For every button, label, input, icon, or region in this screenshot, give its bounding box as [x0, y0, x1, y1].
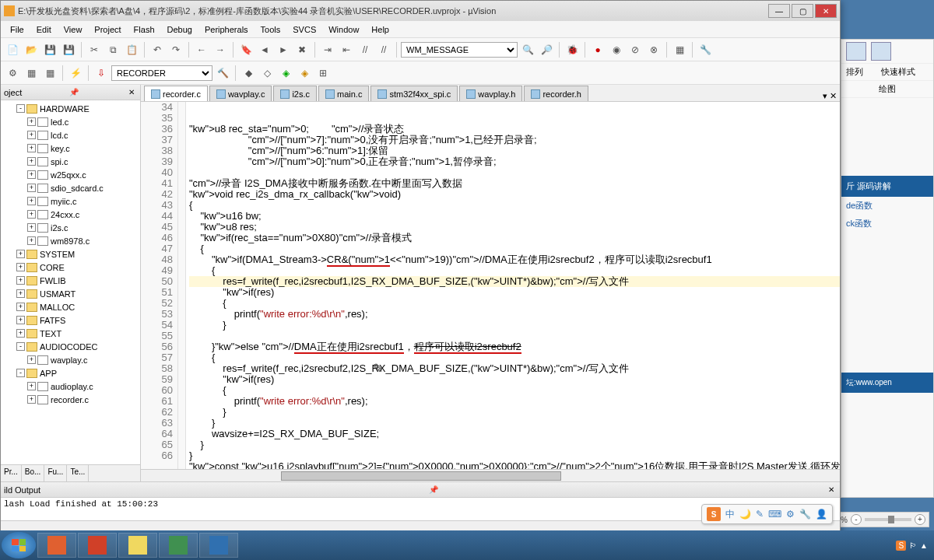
system-tray[interactable]: S 🏳 ▲ [896, 541, 932, 551]
find-button[interactable]: 🔍 [519, 41, 536, 58]
new-file-button[interactable]: 📄 [4, 41, 21, 58]
tree-node-wavplay-c[interactable]: +wavplay.c [2, 353, 139, 366]
target-options-button[interactable]: 🔨 [214, 65, 231, 82]
tree-node-HARDWARE[interactable]: -HARDWARE [2, 102, 139, 115]
tree-node-sdio_sdcard-c[interactable]: +sdio_sdcard.c [2, 181, 139, 194]
window-layout-button[interactable]: ▦ [671, 41, 688, 58]
menu-peripherals[interactable]: Peripherals [198, 23, 255, 36]
save-button[interactable]: 💾 [41, 41, 58, 58]
ime-settings-icon[interactable]: ⚙ [786, 509, 795, 520]
tab-close-icon[interactable]: ✕ [830, 91, 837, 101]
uncomment-button[interactable]: // [375, 41, 392, 58]
download-button[interactable]: ⇩ [93, 65, 110, 82]
nav-back-button[interactable]: ← [193, 41, 210, 58]
tree-node-lcd-c[interactable]: +lcd.c [2, 128, 139, 142]
batch-build-button[interactable]: ⚡ [67, 65, 84, 82]
outdent-button[interactable]: ⇤ [338, 41, 355, 58]
tree-expander-icon[interactable]: + [27, 117, 36, 126]
manage-rte-button[interactable]: ◈ [277, 65, 294, 82]
tray-up-icon[interactable]: ▲ [920, 541, 928, 550]
bookmark-clear-button[interactable]: ✖ [293, 41, 311, 58]
tree-expander-icon[interactable]: - [16, 342, 25, 351]
zoom-out-button[interactable]: - [851, 514, 862, 525]
tree-expander-icon[interactable]: + [27, 223, 36, 232]
tree-expander-icon[interactable]: + [16, 329, 25, 338]
manage-books-button[interactable]: ◇ [258, 65, 276, 82]
nav-fwd-button[interactable]: → [212, 41, 229, 58]
project-panel-close[interactable]: ✕ [126, 88, 137, 96]
ime-logo-icon[interactable]: S [707, 507, 721, 521]
code-editor[interactable]: 3435363738394041424344454647484950515253… [141, 102, 840, 469]
file-tab-recorder-c[interactable]: recorder.c [144, 86, 208, 101]
tray-ime-icon[interactable]: S [896, 541, 906, 551]
taskbar-app-ppt[interactable] [78, 533, 117, 558]
tree-node-w25qxx-c[interactable]: +w25qxx.c [2, 168, 139, 181]
build-output-pin[interactable]: 📌 [427, 485, 441, 494]
tree-expander-icon[interactable]: - [16, 104, 25, 113]
tree-expander-icon[interactable]: + [16, 276, 25, 285]
tree-node-myiic-c[interactable]: +myiic.c [2, 194, 139, 208]
redo-button[interactable]: ↷ [167, 41, 184, 58]
file-tab-recorder-h[interactable]: recorder.h [524, 86, 588, 101]
tab-books[interactable]: Bo... [22, 465, 45, 481]
copy-button[interactable]: ⧉ [104, 41, 121, 58]
paste-button[interactable]: 📋 [123, 41, 140, 58]
file-tab-wavplay-h[interactable]: wavplay.h [459, 86, 522, 101]
tree-expander-icon[interactable]: + [16, 263, 25, 271]
ime-softkbd-icon[interactable]: ⌨ [768, 509, 781, 520]
message-filter-combo[interactable]: WM_MESSAGE [401, 42, 518, 58]
ime-lang-toggle[interactable]: 中 [725, 508, 735, 521]
kill-bp-button[interactable]: ⊗ [645, 41, 662, 58]
tree-expander-icon[interactable]: + [27, 197, 36, 205]
fold-column[interactable] [178, 102, 186, 469]
tree-expander-icon[interactable]: + [27, 236, 36, 245]
tree-node-APP[interactable]: -APP [2, 366, 139, 380]
menu-svcs[interactable]: SVCS [286, 23, 322, 36]
tree-node-FATFS[interactable]: +FATFS [2, 313, 139, 327]
editor-hscrollbar[interactable] [141, 469, 840, 481]
menu-window[interactable]: Window [322, 23, 365, 36]
project-panel-pin[interactable]: 📌 [67, 88, 81, 96]
file-tab-wavplay-c[interactable]: wavplay.c [209, 86, 272, 101]
tree-expander-icon[interactable]: - [16, 369, 25, 377]
comment-button[interactable]: // [356, 41, 374, 58]
menu-edit[interactable]: Edit [30, 23, 58, 36]
tray-flag-icon[interactable]: 🏳 [909, 541, 917, 550]
bookmark-next-button[interactable]: ► [275, 41, 292, 58]
menu-file[interactable]: File [4, 23, 30, 36]
record-button[interactable]: ● [589, 41, 606, 58]
tab-templates[interactable]: Te... [67, 465, 89, 481]
menu-tools[interactable]: Tools [255, 23, 287, 36]
tab-functions[interactable]: Fu... [44, 465, 67, 481]
cut-button[interactable]: ✂ [86, 41, 103, 58]
minimize-button[interactable]: — [768, 4, 790, 18]
project-tree[interactable]: -HARDWARE+led.c+lcd.c+key.c+spi.c+w25qxx… [1, 100, 140, 464]
tree-node-FWLIB[interactable]: +FWLIB [2, 274, 139, 287]
maximize-button[interactable]: ▢ [792, 4, 813, 18]
undo-button[interactable]: ↶ [149, 41, 166, 58]
tree-expander-icon[interactable]: + [27, 131, 36, 139]
ime-moon-icon[interactable]: 🌙 [739, 509, 751, 520]
disable-bp-button[interactable]: ⊘ [627, 41, 644, 58]
tree-node-recorder-c[interactable]: +recorder.c [2, 393, 139, 406]
tree-node-wm8978-c[interactable]: +wm8978.c [2, 234, 139, 247]
start-button[interactable] [2, 532, 36, 558]
tree-node-24cxx-c[interactable]: +24cxx.c [2, 208, 139, 221]
taskbar-app-wps[interactable] [199, 533, 238, 558]
tree-expander-icon[interactable]: + [27, 184, 36, 192]
tree-node-SYSTEM[interactable]: +SYSTEM [2, 247, 139, 261]
menu-flash[interactable]: Flash [128, 23, 161, 36]
ime-toolbar[interactable]: S 中 🌙 ✎ ⌨ ⚙ 🔧 👤 [701, 504, 833, 524]
tab-project[interactable]: Pr... [1, 465, 22, 481]
tree-expander-icon[interactable]: + [27, 355, 36, 364]
configure-button[interactable]: 🔧 [697, 41, 714, 58]
ime-user-icon[interactable]: 👤 [816, 509, 827, 520]
target-combo[interactable]: RECORDER [111, 65, 212, 81]
tree-node-key-c[interactable]: +key.c [2, 142, 139, 155]
ime-tool-icon[interactable]: 🔧 [799, 509, 811, 520]
zoom-slider[interactable] [865, 518, 911, 521]
tree-expander-icon[interactable]: + [27, 210, 36, 219]
taskbar-app-pdf[interactable] [37, 533, 76, 558]
pack-installer-button[interactable]: ⊞ [314, 65, 332, 82]
find-in-files-button[interactable]: 🔎 [538, 41, 555, 58]
